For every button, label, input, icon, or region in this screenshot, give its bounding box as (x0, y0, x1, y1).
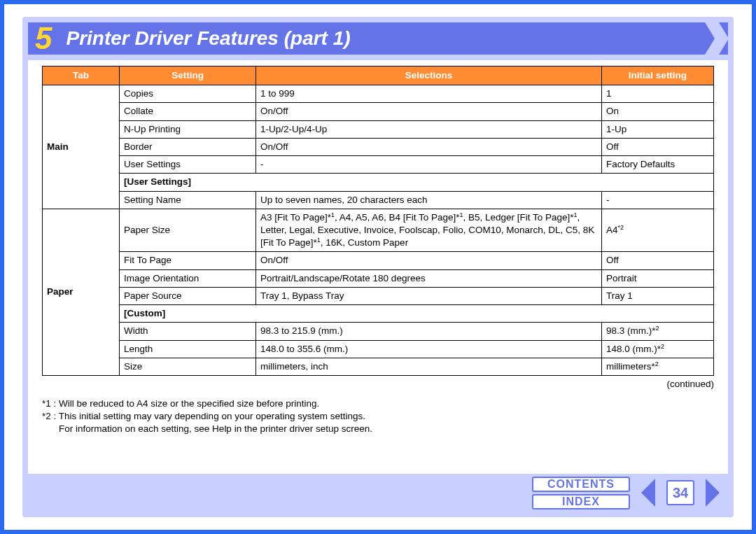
sup: 2 (656, 325, 659, 332)
table-row: User Settings - Factory Defaults (43, 156, 714, 174)
subsection-label: [Custom] (120, 305, 714, 323)
initial-cell: 1-Up (602, 120, 714, 138)
table-row: Paper Paper Size A3 [Fit To Page]*1, A4,… (43, 209, 714, 252)
tab-cell-paper: Paper (43, 209, 120, 375)
title-arrow-icon (703, 22, 731, 55)
setting-cell: Fit To Page (120, 252, 256, 269)
features-table: Tab Setting Selections Initial setting M… (42, 66, 714, 376)
initial-cell: 1 (602, 85, 714, 103)
chapter-number: 5 (35, 23, 50, 54)
table-row: Length 148.0 to 355.6 (mm.) 148.0 (mm.)*… (43, 340, 714, 358)
triangle-left-icon (641, 479, 655, 507)
initial-cell: 148.0 (mm.)*2 (602, 340, 714, 358)
selections-cell: Portrait/Landscape/Rotate 180 degrees (256, 269, 602, 287)
selections-cell: - (256, 156, 602, 174)
setting-cell: Setting Name (120, 191, 256, 209)
contents-button[interactable]: CONTENTS (532, 477, 630, 492)
col-selections: Selections (256, 66, 602, 85)
selections-cell: On/Off (256, 103, 602, 120)
sup: 2 (655, 360, 659, 367)
setting-cell: Width (120, 323, 256, 340)
table-row: Main Copies 1 to 999 1 (43, 85, 714, 103)
initial-cell: Off (602, 252, 714, 269)
table-row: Paper Source Tray 1, Bypass Tray Tray 1 (43, 287, 714, 304)
table-row: Image Orientation Portrait/Landscape/Rot… (43, 269, 714, 287)
subsection-label: [User Settings] (120, 174, 714, 191)
footnote-extra: For information on each setting, see Hel… (42, 423, 714, 435)
table-row: N-Up Printing 1-Up/2-Up/4-Up 1-Up (43, 120, 714, 138)
page-title: Printer Driver Features (part 1) (66, 29, 350, 48)
title-bar: 5 Printer Driver Features (part 1) (28, 22, 728, 55)
svg-marker-0 (705, 22, 729, 55)
document-frame: 5 Printer Driver Features (part 1) Tab S… (0, 0, 756, 534)
text: 148.0 (mm.)* (606, 344, 661, 354)
footnote-2: *2 : This initial setting may vary depen… (42, 410, 714, 423)
initial-cell: A4*2 (602, 209, 714, 252)
text: A4 (606, 225, 618, 235)
table-row: Width 98.3 to 215.9 (mm.) 98.3 (mm.)*2 (43, 323, 714, 340)
selections-cell: 1-Up/2-Up/4-Up (256, 120, 602, 138)
setting-cell: Copies (120, 85, 256, 103)
tab-cell-main: Main (43, 85, 120, 209)
sup: *2 (618, 223, 624, 230)
col-initial: Initial setting (602, 66, 714, 85)
selections-cell: 1 to 999 (256, 85, 602, 103)
setting-cell: Paper Size (120, 209, 256, 252)
setting-cell: Border (120, 138, 256, 155)
selections-cell: On/Off (256, 252, 602, 269)
svg-marker-2 (706, 479, 720, 507)
table-row: Border On/Off Off (43, 138, 714, 155)
setting-cell: Collate (120, 103, 256, 120)
setting-cell: Length (120, 340, 256, 358)
selections-cell: Up to seven names, 20 characters each (256, 191, 602, 209)
text: , 16K, Custom Paper (321, 237, 408, 248)
footnotes: *1 : Will be reduced to A4 size or the s… (42, 398, 714, 436)
selections-cell: millimeters, inch (256, 358, 602, 375)
page-panel: 5 Printer Driver Features (part 1) Tab S… (22, 17, 734, 517)
text: 98.3 (mm.)* (606, 325, 656, 336)
subsection-row: [User Settings] (43, 174, 714, 191)
svg-marker-1 (641, 479, 655, 507)
sup: 2 (661, 342, 664, 349)
page-number: 34 (666, 480, 694, 505)
subsection-row: [Custom] (43, 305, 714, 323)
table-row: Fit To Page On/Off Off (43, 252, 714, 269)
setting-cell: N-Up Printing (120, 120, 256, 138)
selections-cell: A3 [Fit To Page]*1, A4, A5, A6, B4 [Fit … (256, 209, 602, 252)
initial-cell: On (602, 103, 714, 120)
text: A3 [Fit To Page]* (260, 212, 331, 223)
footnote-1: *1 : Will be reduced to A4 size or the s… (42, 398, 714, 410)
initial-cell: - (602, 191, 714, 209)
setting-cell: Paper Source (120, 287, 256, 304)
selections-cell: 98.3 to 215.9 (mm.) (256, 323, 602, 340)
initial-cell: Tray 1 (602, 287, 714, 304)
setting-cell: Size (120, 358, 256, 375)
initial-cell: millimeters*2 (602, 358, 714, 375)
selections-cell: 148.0 to 355.6 (mm.) (256, 340, 602, 358)
initial-cell: Off (602, 138, 714, 155)
text: , B5, Ledger [Fit To Page]* (463, 212, 573, 223)
text: , A4, A5, A6, B4 [Fit To Page]* (335, 212, 459, 223)
col-tab: Tab (43, 66, 120, 85)
next-page-button[interactable] (704, 479, 721, 507)
table-row: Collate On/Off On (43, 103, 714, 120)
triangle-right-icon (706, 479, 720, 507)
prev-page-button[interactable] (640, 479, 657, 507)
selections-cell: Tray 1, Bypass Tray (256, 287, 602, 304)
setting-cell: Image Orientation (120, 269, 256, 287)
col-setting: Setting (120, 66, 256, 85)
nav-button-group: CONTENTS INDEX (532, 477, 630, 510)
setting-cell: User Settings (120, 156, 256, 174)
footer-bar: CONTENTS INDEX 34 (28, 474, 728, 512)
continued-label: (continued) (42, 379, 714, 389)
text: millimeters* (606, 361, 655, 372)
table-row: Size millimeters, inch millimeters*2 (43, 358, 714, 375)
table-header-row: Tab Setting Selections Initial setting (43, 66, 714, 85)
index-button[interactable]: INDEX (532, 494, 630, 510)
selections-cell: On/Off (256, 138, 602, 155)
table-row: Setting Name Up to seven names, 20 chara… (43, 191, 714, 209)
initial-cell: Portrait (602, 269, 714, 287)
content-panel: Tab Setting Selections Initial setting M… (28, 60, 728, 474)
initial-cell: 98.3 (mm.)*2 (602, 323, 714, 340)
initial-cell: Factory Defaults (602, 156, 714, 174)
